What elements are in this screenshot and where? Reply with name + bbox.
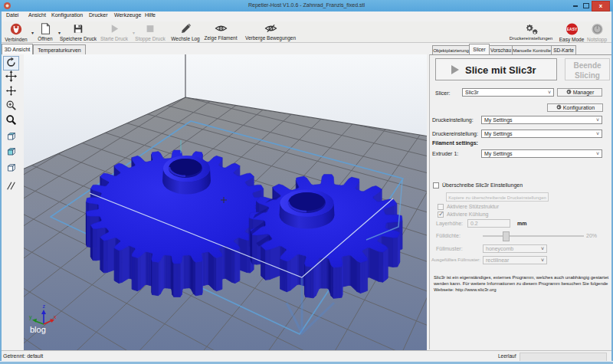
svg-text:z: z	[43, 303, 46, 309]
svg-text:y: y	[29, 314, 32, 320]
svg-text:EASY: EASY	[566, 28, 577, 31]
svg-text:x: x	[54, 314, 57, 320]
svg-text:blog: blog	[30, 325, 46, 334]
